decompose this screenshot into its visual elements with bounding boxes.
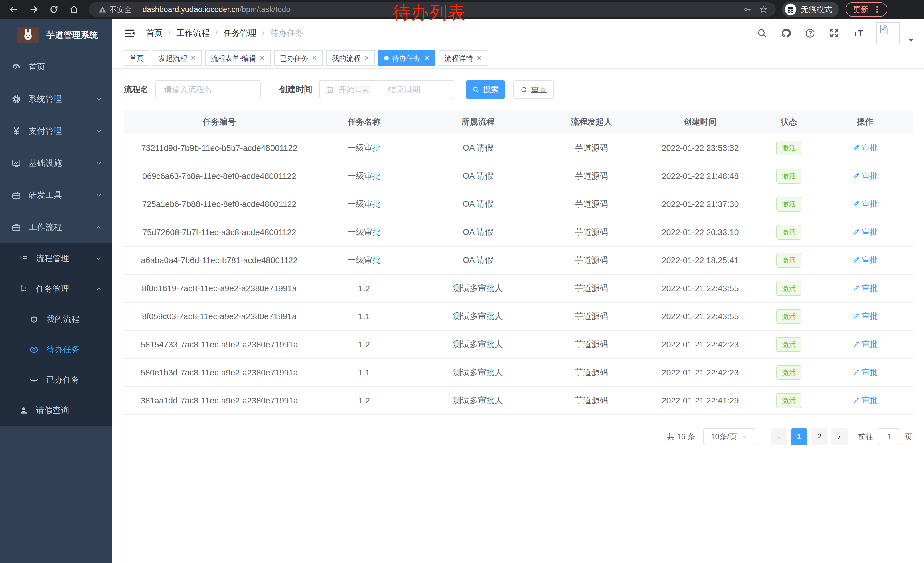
sidebar-item-研发工具[interactable]: 研发工具 xyxy=(0,179,112,211)
tab-close-icon[interactable]: ✕ xyxy=(312,54,317,62)
sidebar-collapse-icon[interactable] xyxy=(124,27,136,39)
approve-link[interactable]: 审批 xyxy=(852,311,878,321)
tab-close-icon[interactable]: ✕ xyxy=(190,54,196,62)
process-name: 测试多审批人 xyxy=(413,330,543,359)
robot-icon xyxy=(29,314,39,324)
sidebar-subitem-请假查询[interactable]: 请假查询 xyxy=(0,395,112,426)
avatar[interactable] xyxy=(876,22,900,44)
pencil-icon xyxy=(852,369,860,376)
chevron-down-icon xyxy=(95,255,102,262)
date-range-picker[interactable]: 开始日期 - 结束日期 xyxy=(319,80,454,99)
sidebar-subitem-我的流程[interactable]: 我的流程 xyxy=(0,304,112,335)
page-button-1[interactable]: 1 xyxy=(791,428,807,445)
reset-button[interactable]: 重置 xyxy=(513,81,554,99)
chevron-up-icon xyxy=(95,224,102,231)
search-button[interactable]: 搜索 xyxy=(466,81,505,99)
monitor-icon xyxy=(12,158,21,168)
browser-home-icon[interactable] xyxy=(68,3,80,16)
status-cell: 激活 xyxy=(760,330,818,359)
approve-link[interactable]: 审批 xyxy=(852,143,878,153)
task-name: 1.2 xyxy=(315,274,413,302)
tab-流程表单-编辑[interactable]: 流程表单-编辑✕ xyxy=(205,50,270,66)
tab-close-icon[interactable]: ✕ xyxy=(364,54,369,62)
tab-发起流程[interactable]: 发起流程✕ xyxy=(153,50,201,66)
approve-link[interactable]: 审批 xyxy=(852,283,878,293)
not-secure-label[interactable]: 不安全 xyxy=(110,5,132,15)
goto-label: 前往 xyxy=(858,432,873,442)
status-cell: 激活 xyxy=(760,359,818,387)
action-cell: 审批 xyxy=(818,274,912,302)
tab-close-icon[interactable]: ✕ xyxy=(477,54,482,62)
action-cell: 审批 xyxy=(818,359,912,387)
github-icon[interactable] xyxy=(780,27,792,39)
task-name: 一级审批 xyxy=(315,134,413,162)
task-name: 一级审批 xyxy=(315,162,413,190)
approve-link[interactable]: 审批 xyxy=(852,255,878,265)
action-cell: 审批 xyxy=(818,134,912,162)
task-id: a6aba0a4-7b6d-11ec-b781-acde48001122 xyxy=(124,246,315,274)
sidebar-item-支付管理[interactable]: 支付管理 xyxy=(0,115,112,147)
browser-reload-icon[interactable] xyxy=(48,3,60,16)
breadcrumb-item-任务管理[interactable]: 任务管理 xyxy=(223,27,256,39)
sidebar-subitem-任务管理[interactable]: 任务管理 xyxy=(0,274,112,304)
browser-forward-icon[interactable] xyxy=(27,3,40,16)
status-badge: 激活 xyxy=(776,253,801,268)
tab-待办任务[interactable]: 待办任务✕ xyxy=(378,50,435,66)
approve-link[interactable]: 审批 xyxy=(852,395,878,405)
browser-menu-kebab-icon[interactable]: ⋮ xyxy=(873,5,882,14)
breadcrumb-item-工作流程[interactable]: 工作流程 xyxy=(176,27,210,39)
chevron-down-icon xyxy=(95,128,102,135)
sidebar-item-系统管理[interactable]: 系统管理 xyxy=(0,83,112,115)
tab-close-icon[interactable]: ✕ xyxy=(424,54,429,62)
table-row: 8f0d1619-7ac8-11ec-a9e2-a2380e71991a1.2测… xyxy=(124,274,912,302)
browser-update-button[interactable]: 更新 ⋮ xyxy=(846,2,887,17)
font-size-icon[interactable]: тT xyxy=(852,27,864,39)
address-bar[interactable]: 不安全 dashboard.yudao.iocoder.cn/bpm/task/… xyxy=(89,2,776,17)
process-name-input[interactable] xyxy=(155,80,261,99)
create-time: 2022-01-22 21:37:30 xyxy=(640,190,760,218)
browser-back-icon[interactable] xyxy=(8,3,20,16)
fullscreen-icon[interactable] xyxy=(828,27,840,39)
help-icon[interactable] xyxy=(804,27,816,39)
tab-我的流程[interactable]: 我的流程✕ xyxy=(326,50,375,66)
sidebar-item-基础设施[interactable]: 基础设施 xyxy=(0,147,112,179)
tab-首页[interactable]: 首页 xyxy=(124,50,149,66)
approve-link[interactable]: 审批 xyxy=(852,367,878,377)
approve-link[interactable]: 审批 xyxy=(852,199,878,209)
process-name: OA 请假 xyxy=(413,218,543,246)
search-icon[interactable] xyxy=(756,27,768,39)
tab-close-icon[interactable]: ✕ xyxy=(260,54,265,62)
approve-link[interactable]: 审批 xyxy=(852,227,878,237)
page-size-select[interactable]: 10条/页 xyxy=(703,428,755,445)
app-logo-row[interactable]: 芋道管理系统 xyxy=(0,19,112,51)
sidebar-subitem-待办任务[interactable]: 待办任务 xyxy=(0,335,112,365)
table-row: 725a1eb6-7b88-11ec-8ef0-acde48001122一级审批… xyxy=(124,190,912,218)
active-tab-dot xyxy=(384,56,389,60)
page-button-2[interactable]: 2 xyxy=(811,428,828,445)
column-header-流程发起人: 流程发起人 xyxy=(543,110,640,134)
sidebar-item-首页[interactable]: 首页 xyxy=(0,51,112,83)
sidebar-item-工作流程[interactable]: 工作流程 xyxy=(0,211,112,243)
browser-chrome: 不安全 dashboard.yudao.iocoder.cn/bpm/task/… xyxy=(0,0,924,19)
main-content: 首页/工作流程/任务管理/待办任务 тT 首页发起流程✕流程表单-编辑✕已办任务… xyxy=(112,19,924,563)
task-id: 381aa1dd-7ac8-11ec-a9e2-a2380e71991a xyxy=(124,387,315,415)
approve-link[interactable]: 审批 xyxy=(852,171,878,181)
approve-link[interactable]: 审批 xyxy=(852,339,878,349)
key-icon[interactable] xyxy=(743,5,752,14)
create-time: 2022-01-21 22:41:29 xyxy=(640,387,760,415)
goto-page-input[interactable] xyxy=(878,428,900,445)
breadcrumb-item-首页[interactable]: 首页 xyxy=(146,27,163,39)
tab-已办任务[interactable]: 已办任务✕ xyxy=(274,50,322,66)
status-badge: 激活 xyxy=(776,197,801,212)
status-badge: 激活 xyxy=(776,169,801,183)
action-cell: 审批 xyxy=(818,330,912,359)
sidebar-subitem-已办任务[interactable]: 已办任务 xyxy=(0,365,112,395)
avatar-caret-icon[interactable] xyxy=(908,37,914,44)
bookmark-star-icon[interactable] xyxy=(759,5,768,14)
sidebar-subitem-流程管理[interactable]: 流程管理 xyxy=(0,243,112,274)
chevron-down-icon xyxy=(95,192,102,199)
next-page-button[interactable]: › xyxy=(831,428,848,445)
process-starter: 芋道源码 xyxy=(543,190,640,218)
tab-流程详情[interactable]: 流程详情✕ xyxy=(439,50,488,66)
prev-page-button[interactable]: ‹ xyxy=(771,428,788,445)
